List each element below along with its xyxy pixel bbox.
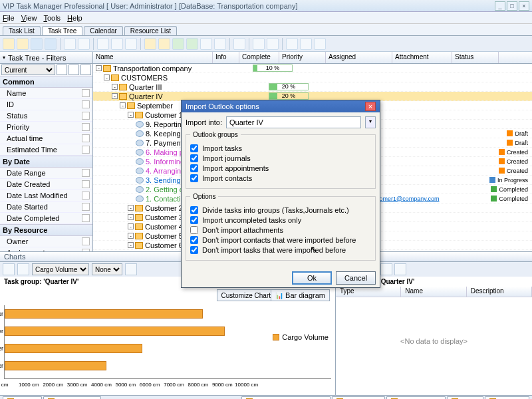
import-into-dropdown-icon[interactable]: ▾ bbox=[365, 116, 376, 128]
minimize-button[interactable]: _ bbox=[495, 1, 505, 11]
filter-item[interactable]: Date Created bbox=[0, 179, 92, 190]
filter-item[interactable]: Actual time bbox=[0, 133, 92, 144]
filter-item[interactable]: Date Started bbox=[0, 201, 92, 213]
tool-edit-icon[interactable] bbox=[64, 38, 76, 50]
filter-item[interactable]: Date Completed bbox=[0, 213, 92, 224]
btab-attachments[interactable]: Attachments bbox=[386, 396, 445, 400]
filter-item[interactable]: Assignment bbox=[0, 247, 92, 251]
chk-no-dup-tasks[interactable] bbox=[190, 246, 198, 254]
filter-item[interactable]: ID bbox=[0, 99, 92, 110]
filter-group[interactable]: Common bbox=[0, 76, 92, 88]
col-status[interactable]: Status bbox=[452, 52, 499, 63]
tab-tasktree[interactable]: Task Tree bbox=[42, 26, 82, 35]
filter-group[interactable]: By Resource bbox=[0, 224, 92, 236]
chk-import-contacts[interactable] bbox=[190, 174, 198, 182]
dialog-close-icon[interactable]: × bbox=[365, 102, 376, 111]
col-assigned[interactable]: Assigned bbox=[326, 52, 392, 63]
chk-import-appointments[interactable] bbox=[190, 164, 198, 172]
tab-calendar[interactable]: Calendar bbox=[84, 26, 123, 35]
col-complete[interactable]: Complete bbox=[239, 52, 279, 63]
chk-uncompleted-only[interactable] bbox=[190, 216, 198, 224]
chart-bar bbox=[5, 344, 142, 353]
chk-import-tasks[interactable] bbox=[190, 144, 198, 152]
tool-collapse-icon[interactable] bbox=[214, 38, 226, 50]
filter-group[interactable]: By Date bbox=[0, 156, 92, 168]
menubar: FFileile View Tools Help bbox=[0, 12, 532, 24]
filter-apply-icon[interactable] bbox=[80, 65, 91, 75]
col-attachment[interactable]: Attachment bbox=[392, 52, 452, 63]
tool-new-subtask-icon[interactable] bbox=[45, 38, 57, 50]
customize-chart-button[interactable]: Customize Chart bbox=[217, 289, 275, 301]
tree-row[interactable]: -Transportation company10 % bbox=[93, 64, 532, 73]
filter-item[interactable]: Status bbox=[0, 110, 92, 122]
ok-button[interactable]: Ok bbox=[292, 271, 332, 285]
tool-filter2-icon[interactable] bbox=[158, 38, 170, 50]
tab-resourcelist[interactable]: Resource List bbox=[124, 26, 177, 35]
tool-print-icon[interactable] bbox=[253, 38, 265, 50]
tool-expand-icon[interactable] bbox=[200, 38, 212, 50]
chart-field-select[interactable]: Cargo Volume bbox=[32, 263, 89, 275]
tool-sync-icon[interactable] bbox=[314, 38, 326, 50]
tool-paste-icon[interactable] bbox=[125, 38, 137, 50]
tree-row[interactable]: -CUSTOMERS bbox=[93, 73, 532, 82]
cancel-button[interactable]: Cancel bbox=[336, 271, 376, 285]
tool-export-icon[interactable] bbox=[286, 38, 298, 50]
chart-refresh-icon[interactable] bbox=[125, 263, 137, 275]
filter-item[interactable]: Estimated Time bbox=[0, 144, 92, 156]
menu-tools[interactable]: Tools bbox=[43, 14, 61, 22]
tool-new-task-icon[interactable] bbox=[31, 38, 43, 50]
col-name[interactable]: Name bbox=[93, 52, 213, 63]
filter-save-icon[interactable] bbox=[57, 65, 67, 75]
btab-comments[interactable]: Comments bbox=[332, 396, 385, 400]
chart-tool1-icon[interactable] bbox=[3, 263, 15, 275]
tool-delete-icon[interactable] bbox=[78, 38, 90, 50]
menu-view[interactable]: View bbox=[21, 14, 37, 22]
import-into-label: Import into: bbox=[186, 118, 222, 126]
filter-clear-icon[interactable] bbox=[68, 65, 79, 75]
col-info[interactable]: Info bbox=[213, 52, 239, 63]
tool-redo-icon[interactable] bbox=[186, 38, 198, 50]
btab-resource[interactable]: Resource Assignment bbox=[241, 396, 331, 400]
import-into-input[interactable] bbox=[226, 116, 361, 128]
filter-item[interactable]: Name bbox=[0, 88, 92, 99]
tool-filter-icon[interactable] bbox=[144, 38, 156, 50]
tool-new-subfolder-icon[interactable] bbox=[17, 38, 29, 50]
filter-item[interactable]: Date Range bbox=[0, 168, 92, 179]
tool-grid-icon[interactable] bbox=[267, 38, 279, 50]
chk-no-dup-contacts[interactable] bbox=[190, 236, 198, 244]
filter-item[interactable]: Priority bbox=[0, 122, 92, 133]
rcol-name[interactable]: Name bbox=[401, 287, 466, 297]
chk-divide-groups[interactable] bbox=[190, 206, 198, 214]
filter-item[interactable]: Owner bbox=[0, 236, 92, 247]
chk-import-journals[interactable] bbox=[190, 154, 198, 162]
col-priority[interactable]: Priority bbox=[279, 52, 326, 63]
btab-notes[interactable]: Notes bbox=[447, 396, 484, 400]
chk-no-attachments[interactable] bbox=[190, 226, 198, 234]
btab-notifications[interactable]: Notifications bbox=[43, 396, 101, 400]
menu-file[interactable]: FFileile bbox=[3, 14, 15, 22]
chart-tool2-icon[interactable] bbox=[17, 263, 29, 275]
tool-copy-icon[interactable] bbox=[111, 38, 123, 50]
rcol-type[interactable]: Type bbox=[336, 287, 401, 297]
rtool4-icon[interactable] bbox=[380, 263, 392, 275]
chart-filter-select[interactable]: None bbox=[92, 263, 122, 275]
tool-import-icon[interactable] bbox=[300, 38, 312, 50]
btab-permissions[interactable]: Permiss bbox=[485, 396, 529, 400]
chart-bar bbox=[5, 327, 225, 336]
current-filter-select[interactable]: Current bbox=[1, 65, 55, 75]
chart-ylabel: November bbox=[0, 328, 3, 334]
btab-charts[interactable]: Charts bbox=[3, 396, 42, 400]
tree-row[interactable]: -Quarter III20 % bbox=[93, 82, 532, 92]
bar-diagram-button[interactable]: 📊 Bar diagram bbox=[271, 289, 330, 301]
tab-tasklist[interactable]: Task List bbox=[3, 26, 41, 35]
tool-new-folder-icon[interactable] bbox=[3, 38, 15, 50]
tool-link-icon[interactable] bbox=[233, 38, 245, 50]
maximize-button[interactable]: □ bbox=[507, 1, 517, 11]
filter-item[interactable]: Date Last Modified bbox=[0, 190, 92, 201]
rtool5-icon[interactable] bbox=[394, 263, 406, 275]
tool-cut-icon[interactable] bbox=[97, 38, 109, 50]
menu-help[interactable]: Help bbox=[67, 14, 82, 22]
rcol-desc[interactable]: Description bbox=[467, 287, 532, 297]
close-button[interactable]: × bbox=[519, 1, 529, 11]
tool-undo-icon[interactable] bbox=[172, 38, 184, 50]
